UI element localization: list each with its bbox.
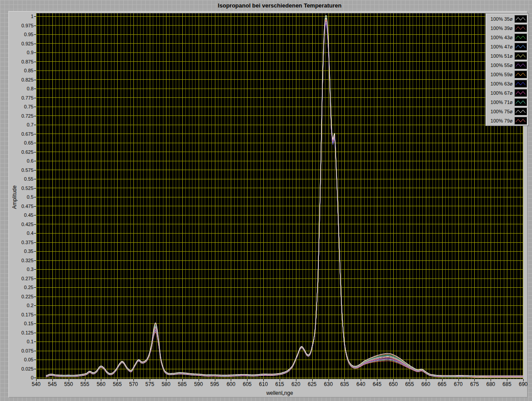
legend-label: 100% 47ø <box>491 44 513 49</box>
y-tick-mark <box>34 170 36 171</box>
y-tick-mark <box>34 215 36 215</box>
y-tick-label: 0.475 <box>7 204 33 209</box>
legend-item[interactable]: 100% 39ø <box>486 23 528 33</box>
x-tick-mark <box>361 379 361 381</box>
x-tick-mark <box>69 379 69 381</box>
y-tick-label: 0.625 <box>7 149 33 155</box>
y-tick-mark <box>34 369 36 369</box>
legend-item[interactable]: 100% 75ø <box>486 107 528 116</box>
y-tick-label: 0.95 <box>7 32 33 37</box>
y-tick-label: 0.5 <box>7 194 33 200</box>
legend-item[interactable]: 100% 71ø <box>486 97 528 107</box>
y-tick-label: 0.325 <box>7 258 33 263</box>
x-tick-mark <box>52 379 53 381</box>
y-tick-label: 0.675 <box>7 131 33 137</box>
x-tick-mark <box>182 379 183 381</box>
y-tick-label: 0.65 <box>7 140 33 145</box>
legend-swatch-icon <box>514 71 527 78</box>
y-tick-mark <box>34 378 36 378</box>
legend-swatch-icon <box>514 33 527 41</box>
y-tick-label: 0.875 <box>7 59 33 64</box>
legend-item[interactable]: 100% 35ø <box>486 14 528 23</box>
y-tick-label: 0.75 <box>7 104 33 109</box>
y-tick-label: 0.1 <box>7 339 33 344</box>
legend-swatch-icon <box>514 108 527 115</box>
y-tick-label: 0.4 <box>7 230 33 236</box>
x-tick-mark <box>377 379 377 381</box>
y-tick-label: 0.225 <box>7 294 33 299</box>
x-tick-mark <box>150 379 150 381</box>
legend-item[interactable]: 100% 47ø <box>486 42 528 51</box>
x-tick-mark <box>442 379 443 381</box>
y-tick-mark <box>34 206 36 207</box>
legend-swatch-icon <box>514 89 527 97</box>
legend-label: 100% 79ø <box>491 118 513 123</box>
legend-swatch-icon <box>514 24 527 32</box>
x-tick-mark <box>36 379 37 381</box>
y-tick-mark <box>34 351 36 351</box>
legend-swatch-icon <box>514 98 527 106</box>
x-tick-mark <box>410 379 410 381</box>
plot-area[interactable] <box>36 13 523 379</box>
x-axis-title: wellenl„nge <box>36 390 523 396</box>
x-tick-mark <box>296 379 296 381</box>
legend-item[interactable]: 100% 67ø <box>486 88 528 97</box>
y-tick-label: 0.775 <box>7 95 33 100</box>
x-tick-mark <box>491 379 491 381</box>
y-tick-mark <box>34 107 36 107</box>
y-tick-mark <box>34 251 36 252</box>
y-tick-label: 0.35 <box>7 249 33 254</box>
legend-swatch-icon <box>514 43 527 51</box>
x-tick-mark <box>199 379 199 381</box>
x-tick-mark <box>523 379 524 381</box>
y-tick-label: 0.05 <box>7 357 33 362</box>
y-tick-label: 0.15 <box>7 321 33 326</box>
x-tick-mark <box>231 379 231 381</box>
legend-label: 100% 71ø <box>491 100 513 105</box>
legend-item[interactable]: 100% 51ø <box>486 51 528 60</box>
y-tick-mark <box>34 34 36 35</box>
y-tick-mark <box>34 305 36 306</box>
x-tick-mark <box>507 379 507 381</box>
legend-label: 100% 67ø <box>491 90 513 96</box>
legend: 100% 35ø100% 39ø100% 43ø100% 47ø100% 51ø… <box>485 13 529 126</box>
x-tick-mark <box>263 379 264 381</box>
x-tick-mark <box>215 379 215 381</box>
y-tick-mark <box>34 143 36 143</box>
y-tick-mark <box>34 98 36 98</box>
y-tick-label: 0.575 <box>7 167 33 173</box>
legend-item[interactable]: 100% 59ø <box>486 70 528 79</box>
legend-swatch-icon <box>514 80 527 88</box>
legend-item[interactable]: 100% 55ø <box>486 60 528 70</box>
y-tick-mark <box>34 71 36 71</box>
y-tick-mark <box>34 315 36 315</box>
y-tick-mark <box>34 161 36 161</box>
y-tick-mark <box>34 26 36 26</box>
legend-item[interactable]: 100% 43ø <box>486 33 528 42</box>
y-tick-mark <box>34 134 36 134</box>
x-tick-mark <box>166 379 166 381</box>
x-tick-mark <box>247 379 248 381</box>
y-tick-label: 0.425 <box>7 222 33 227</box>
y-tick-label: 0.6 <box>7 158 33 163</box>
front-panel: Isopropanol bei verschiedenen Temperatur… <box>0 0 532 401</box>
x-tick-mark <box>393 379 394 381</box>
y-tick-mark <box>34 269 36 270</box>
y-tick-mark <box>34 44 36 44</box>
y-tick-label: 0.525 <box>7 186 33 191</box>
y-tick-label: 0.125 <box>7 330 33 335</box>
y-tick-label: 0.025 <box>7 366 33 371</box>
y-tick-mark <box>34 333 36 333</box>
y-tick-label: 0 <box>7 375 33 380</box>
legend-item[interactable]: 100% 79ø <box>486 116 528 125</box>
legend-item[interactable]: 100% 63ø <box>486 79 528 88</box>
x-tick-mark <box>458 379 459 381</box>
y-tick-label: 0.7 <box>7 122 33 127</box>
legend-label: 100% 43ø <box>491 35 513 40</box>
x-tick-mark <box>474 379 475 381</box>
y-tick-label: 0.275 <box>7 276 33 281</box>
y-tick-mark <box>34 125 36 125</box>
y-tick-label: 0.925 <box>7 41 33 46</box>
legend-label: 100% 59ø <box>491 72 513 77</box>
legend-swatch-icon <box>514 117 527 125</box>
